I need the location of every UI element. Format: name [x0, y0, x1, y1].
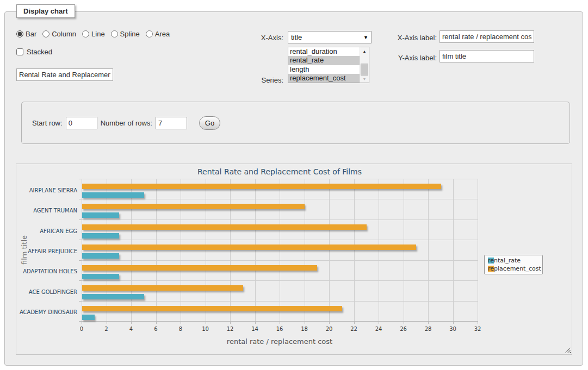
- gridline-horizontal: [82, 321, 478, 322]
- category-label: ACADEMY DINOSAUR: [16, 309, 77, 316]
- chevron-down-icon: ▼: [363, 35, 368, 40]
- series-select-label: Series:: [240, 76, 283, 84]
- x-axis-tick: [478, 321, 478, 324]
- x-tick-label: 10: [195, 326, 216, 332]
- x-tick-label: 24: [368, 326, 389, 332]
- bar-replacement_cost[interactable]: [82, 204, 305, 209]
- x-axis-select-label: X-Axis:: [233, 34, 283, 42]
- bar-replacement_cost[interactable]: [82, 244, 416, 250]
- x-tick-label: 2: [96, 326, 117, 332]
- series-options: rental_durationrental_ratelengthreplacem…: [288, 47, 360, 83]
- rows-count-label: Number of rows:: [101, 119, 152, 127]
- scroll-up-icon[interactable]: ▲: [360, 47, 369, 55]
- radio-label: Column: [52, 30, 76, 38]
- series-option[interactable]: rental_duration: [288, 47, 360, 56]
- bar-replacement_cost[interactable]: [82, 224, 367, 230]
- scroll-down-icon[interactable]: ▼: [360, 75, 369, 83]
- x-tick-label: 14: [244, 326, 266, 332]
- x-tick-label: 8: [170, 326, 191, 332]
- y-axis-label-input[interactable]: [440, 50, 534, 62]
- chart-type-radio-group: BarColumnLineSplineArea: [16, 30, 170, 38]
- x-tick-label: 30: [442, 326, 464, 332]
- bar-rental_rate[interactable]: [82, 274, 119, 279]
- bar-rental_rate[interactable]: [82, 294, 144, 299]
- chart-type-option-bar[interactable]: Bar: [16, 30, 36, 38]
- chart-type-radio-column[interactable]: [42, 30, 49, 37]
- chart-type-option-area[interactable]: Area: [146, 30, 170, 38]
- bar-rental_rate[interactable]: [82, 253, 119, 259]
- bar-replacement_cost[interactable]: [82, 306, 342, 311]
- series-option[interactable]: rental_rate: [288, 56, 360, 65]
- x-tick-label: 0: [71, 326, 92, 332]
- x-tick-label: 28: [417, 326, 439, 332]
- bar-replacement_cost[interactable]: [82, 184, 441, 189]
- x-axis-label-input[interactable]: [440, 30, 534, 43]
- x-tick-label: 22: [343, 326, 365, 332]
- go-button[interactable]: Go: [199, 116, 220, 130]
- gridline-vertical: [453, 179, 454, 321]
- legend-item-replacement_cost[interactable]: replacement_cost: [488, 266, 539, 272]
- gridline-horizontal: [82, 280, 478, 281]
- category-label: AIRPLANE SIERRA: [16, 187, 77, 194]
- gridline-vertical: [478, 179, 478, 321]
- chart-type-option-spline[interactable]: Spline: [111, 30, 140, 38]
- bar-rental_rate[interactable]: [82, 212, 119, 218]
- gridline-horizontal: [82, 199, 478, 199]
- radio-label: Line: [91, 30, 105, 38]
- scrollbar-thumb[interactable]: [361, 64, 368, 76]
- chart-title-input[interactable]: [16, 68, 113, 81]
- start-row-input[interactable]: [66, 117, 97, 129]
- chart-type-radio-spline[interactable]: [111, 30, 118, 37]
- stacked-label: Stacked: [27, 48, 52, 56]
- x-tick-label: 12: [219, 326, 241, 332]
- y-axis-tick: [79, 321, 82, 322]
- gridline-horizontal: [82, 301, 478, 302]
- x-tick-label: 26: [393, 326, 414, 332]
- x-tick-label: 16: [269, 326, 290, 332]
- display-chart-fieldset: Display chart BarColumnLineSplineArea St…: [4, 11, 583, 366]
- x-axis-select-value: title: [291, 33, 302, 41]
- category-label: AGENT TRUMAN: [16, 208, 77, 214]
- resize-grip-icon[interactable]: [565, 347, 571, 353]
- gridline-horizontal: [82, 179, 478, 179]
- radio-label: Spline: [120, 30, 140, 38]
- gridline-horizontal: [82, 260, 478, 261]
- rows-count-input[interactable]: [156, 117, 187, 129]
- x-axis-select[interactable]: title ▼: [288, 31, 372, 43]
- gridline-horizontal: [82, 220, 478, 220]
- legend-item-rental_rate[interactable]: rental_rate: [488, 258, 539, 264]
- chart-legend: rental_ratereplacement_cost: [484, 255, 543, 274]
- x-tick-label: 6: [145, 326, 167, 332]
- stacked-checkbox-row[interactable]: Stacked: [16, 48, 52, 56]
- listbox-scrollbar[interactable]: ▲ ▼: [360, 47, 369, 83]
- gridline-vertical: [428, 179, 429, 321]
- bar-rental_rate[interactable]: [82, 233, 119, 239]
- y-axis-label-text: Y-Axis label:: [387, 54, 437, 62]
- y-axis-title: film title: [20, 217, 29, 283]
- x-axis-title: rental rate / replacement cost: [82, 337, 478, 346]
- bar-rental_rate[interactable]: [82, 315, 95, 320]
- chart-type-radio-line[interactable]: [82, 30, 89, 37]
- chart-type-radio-bar[interactable]: [16, 30, 23, 37]
- chart-type-option-line[interactable]: Line: [82, 30, 105, 38]
- chart-type-radio-area[interactable]: [146, 30, 153, 37]
- x-tick-label: 32: [467, 326, 488, 332]
- chart-title: Rental Rate and Replacement Cost of Film…: [82, 167, 478, 176]
- radio-label: Bar: [26, 30, 36, 38]
- bar-rental_rate[interactable]: [82, 192, 144, 198]
- chart-container: Rental Rate and Replacement Cost of Film…: [16, 164, 572, 355]
- x-tick-label: 18: [294, 326, 315, 332]
- chart-type-option-column[interactable]: Column: [42, 30, 76, 38]
- radio-label: Area: [155, 30, 170, 38]
- series-listbox[interactable]: rental_durationrental_ratelengthreplacem…: [288, 47, 369, 83]
- category-label: ACE GOLDFINGER: [16, 289, 77, 296]
- legend-label: replacement_cost: [488, 265, 541, 272]
- series-option[interactable]: length: [288, 65, 360, 74]
- series-option[interactable]: replacement_cost: [288, 74, 360, 83]
- legend-label: rental_rate: [488, 257, 521, 264]
- x-tick-label: 4: [120, 326, 142, 332]
- x-axis-label-text: X-Axis label:: [387, 34, 437, 42]
- stacked-checkbox[interactable]: [16, 48, 23, 55]
- bar-replacement_cost[interactable]: [82, 265, 317, 271]
- bar-replacement_cost[interactable]: [82, 285, 243, 291]
